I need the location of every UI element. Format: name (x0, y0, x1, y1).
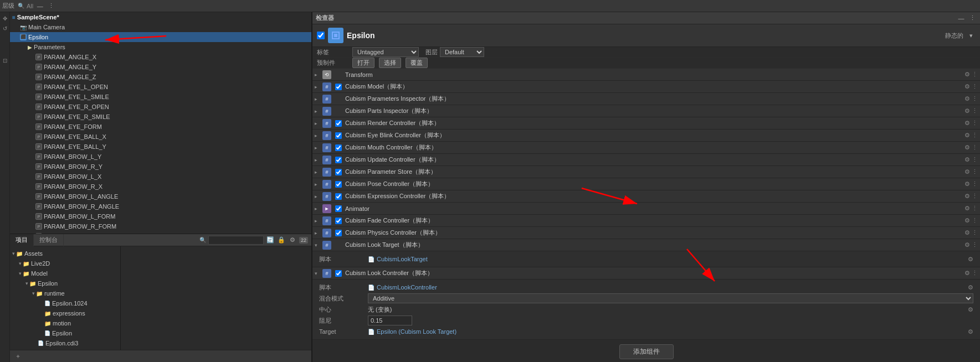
comp-settings-btn-cubism_eye_blink[interactable]: ⚙ (964, 132, 970, 139)
add-component-btn[interactable]: 添加组件 (619, 344, 674, 359)
component-row-cubism_mouth[interactable]: ▸ # Cubism Mouth Controller（脚本） ⚙ ⋮ (312, 142, 980, 154)
comp-checkbox-cubism_physics[interactable] (335, 230, 342, 236)
comp-checkbox-cubism_eye_blink[interactable] (335, 132, 342, 139)
sidebar-move-icon[interactable]: ✥ (1, 14, 9, 22)
comp-dots-btn-cubism_param_store[interactable]: ⋮ (972, 168, 978, 175)
static-dropdown[interactable]: ▾ (967, 31, 976, 40)
prefab-select-btn[interactable]: 选择 (379, 58, 401, 68)
tab-project[interactable]: 项目 (10, 234, 34, 246)
component-row-transform[interactable]: ▸ ⟲ Transform ⚙ ⋮ (312, 69, 980, 81)
top-bar-minimize[interactable]: — (35, 2, 44, 11)
tree-item-param8[interactable]: PPARAM_EYE_FORM (10, 122, 311, 132)
comp-settings-btn-cubism_fade[interactable]: ⚙ (964, 217, 970, 224)
inspector-minimize[interactable]: — (957, 14, 966, 23)
tree-item-param15[interactable]: PPARAM_BROW_L_ANGLE (10, 192, 311, 201)
comp-settings-btn-cubism_model[interactable]: ⚙ (964, 83, 970, 90)
component-row-cubism_update[interactable]: ▸ # Cubism Update Controller（脚本） ⚙ ⋮ (312, 154, 980, 166)
asset-item-epsilon_file[interactable]: 📄Epsilon (10, 328, 120, 338)
prefab-override-btn[interactable]: 覆盖 (406, 58, 428, 68)
component-row-cubism_fade[interactable]: ▸ # Cubism Fade Controller（脚本） ⚙ ⋮ (312, 215, 980, 227)
component-row-animator[interactable]: ▸ ► Animator ⚙ ⋮ (312, 203, 980, 215)
comp-settings-btn-cubism_parts_inspector[interactable]: ⚙ (964, 107, 970, 115)
tree-item-param5[interactable]: PPARAM_EYE_L_SMILE (10, 92, 311, 102)
object-name[interactable]: Epsilon (347, 31, 375, 40)
inspector-menu[interactable]: ⋮ (968, 14, 977, 23)
comp-settings-btn-cubism_params_inspector[interactable]: ⚙ (964, 95, 970, 102)
comp-settings-btn-cubism_param_store[interactable]: ⚙ (964, 168, 970, 175)
asset-item-epsilon_cdi3[interactable]: 📄Epsilon.cdi3 (10, 338, 120, 348)
comp-settings-btn-cubism_pose[interactable]: ⚙ (964, 180, 970, 188)
asset-item-motion[interactable]: 📁motion (10, 318, 120, 328)
component-row-cubism_eye_blink[interactable]: ▸ # Cubism Eye Blink Controller（脚本） ⚙ ⋮ (312, 130, 980, 142)
asset-item-expressions[interactable]: 📁expressions (10, 308, 120, 318)
comp-checkbox-animator[interactable] (335, 205, 342, 212)
tree-item-param14[interactable]: PPARAM_BROW_R_X (10, 182, 311, 192)
prefab-open-btn[interactable]: 打开 (352, 58, 374, 68)
comp-settings-btn-animator[interactable]: ⚙ (964, 205, 970, 212)
comp-settings-btn-cubism_expression[interactable]: ⚙ (964, 193, 970, 200)
tree-item-parameters[interactable]: ▶Parameters (10, 42, 311, 52)
comp-settings-btn-cubism_mouth[interactable]: ⚙ (964, 144, 970, 151)
asset-search-input[interactable] (208, 236, 264, 245)
tree-item-param12[interactable]: PPARAM_BROW_R_Y (10, 162, 311, 172)
tree-item-param16[interactable]: PPARAM_BROW_R_ANGLE (10, 201, 311, 211)
look-ctrl-center-cog[interactable]: ⚙ (968, 306, 973, 313)
tree-item-param9[interactable]: PPARAM_EYE_BALL_X (10, 132, 311, 142)
component-row-cubism_look_controller[interactable]: ▾ # Cubism Look Controller（脚本） ⚙ ⋮ (312, 267, 980, 280)
comp-checkbox-cubism_fade[interactable] (335, 218, 342, 224)
comp-settings-btn-cubism_look_target[interactable]: ⚙ (964, 241, 970, 249)
add-asset-btn[interactable]: ＋ (13, 352, 22, 361)
asset-item-live2d[interactable]: ▾📁Live2D (10, 258, 120, 268)
sidebar-scale-icon[interactable]: ⊡ (1, 56, 9, 64)
asset-item-epsilon_folder[interactable]: ▾📁Epsilon (10, 278, 120, 288)
look-ctrl-script-cog[interactable]: ⚙ (968, 284, 973, 291)
component-row-cubism_parts_inspector[interactable]: ▸ # Cubism Parts Inspector（脚本） ⚙ ⋮ (312, 105, 980, 117)
comp-checkbox-cubism_model[interactable] (335, 84, 342, 90)
component-row-cubism_look_target[interactable]: ▾ # Cubism Look Target（脚本） ⚙ ⋮ (312, 239, 980, 251)
gear-icon-bottom[interactable]: ⚙ (288, 236, 297, 245)
comp-checkbox-cubism_look_controller[interactable] (335, 270, 342, 277)
comp-checkbox-cubism_param_store[interactable] (335, 169, 342, 175)
comp-dots-btn-cubism_expression[interactable]: ⋮ (972, 193, 978, 200)
comp-dots-btn-cubism_look_target[interactable]: ⋮ (972, 241, 978, 249)
look-target-cog[interactable]: ⚙ (968, 256, 973, 263)
tree-item-param4[interactable]: PPARAM_EYE_L_OPEN (10, 82, 311, 92)
comp-settings-btn-cubism_look_controller[interactable]: ⚙ (964, 270, 970, 277)
comp-checkbox-cubism_render_controller[interactable] (335, 120, 342, 127)
lock-icon[interactable]: 🔒 (277, 236, 286, 245)
tree-item-epsilon[interactable]: ⬛Epsilon (10, 32, 311, 42)
comp-dots-btn-cubism_eye_blink[interactable]: ⋮ (972, 132, 978, 139)
component-row-cubism_physics[interactable]: ▸ # Cubism Physics Controller（脚本） ⚙ ⋮ (312, 227, 980, 239)
look-ctrl-blend-dropdown[interactable]: Additive (368, 293, 973, 303)
tree-item-param6[interactable]: PPARAM_EYE_R_OPEN (10, 102, 311, 112)
comp-settings-btn-cubism_render_controller[interactable]: ⚙ (964, 120, 970, 127)
refresh-icon[interactable]: 🔄 (266, 236, 275, 245)
tree-item-param13[interactable]: PPARAM_BROW_L_X (10, 172, 311, 182)
comp-checkbox-cubism_pose[interactable] (335, 181, 342, 188)
comp-checkbox-cubism_update[interactable] (335, 157, 342, 163)
tree-item-camera[interactable]: 📷Main Camera (10, 22, 311, 32)
component-row-cubism_render_controller[interactable]: ▸ # Cubism Render Controller（脚本） ⚙ ⋮ (312, 117, 980, 130)
comp-dots-btn-cubism_update[interactable]: ⋮ (972, 156, 978, 163)
asset-item-runtime[interactable]: ▾📁runtime (10, 288, 120, 298)
component-row-cubism_expression[interactable]: ▸ # Cubism Expression Controller（脚本） ⚙ ⋮ (312, 190, 980, 203)
tree-item-param7[interactable]: PPARAM_EYE_R_SMILE (10, 112, 311, 122)
tree-item-param18[interactable]: PPARAM_BROW_R_FORM (10, 221, 311, 231)
tree-item-param3[interactable]: PPARAM_ANGLE_Z (10, 72, 311, 82)
comp-checkbox-cubism_expression[interactable] (335, 193, 342, 200)
comp-dots-btn-transform[interactable]: ⋮ (972, 71, 978, 78)
asset-item-model[interactable]: ▾📁Model (10, 268, 120, 278)
comp-checkbox-cubism_mouth[interactable] (335, 144, 342, 151)
tree-item-param2[interactable]: PPARAM_ANGLE_Y (10, 62, 311, 72)
component-row-cubism_pose[interactable]: ▸ # Cubism Pose Controller（脚本） ⚙ ⋮ (312, 178, 980, 190)
comp-dots-btn-cubism_params_inspector[interactable]: ⋮ (972, 95, 978, 102)
comp-dots-btn-cubism_look_controller[interactable]: ⋮ (972, 270, 978, 277)
look-ctrl-damping-input[interactable] (368, 316, 412, 325)
comp-dots-btn-cubism_mouth[interactable]: ⋮ (972, 144, 978, 151)
layer-dropdown[interactable]: Default (440, 47, 484, 57)
comp-dots-btn-cubism_parts_inspector[interactable]: ⋮ (972, 107, 978, 115)
asset-item-assets_root[interactable]: ▾📁Assets (10, 249, 120, 258)
comp-dots-btn-cubism_render_controller[interactable]: ⋮ (972, 120, 978, 127)
component-row-cubism_param_store[interactable]: ▸ # Cubism Parameter Store（脚本） ⚙ ⋮ (312, 166, 980, 178)
comp-dots-btn-cubism_physics[interactable]: ⋮ (972, 229, 978, 236)
